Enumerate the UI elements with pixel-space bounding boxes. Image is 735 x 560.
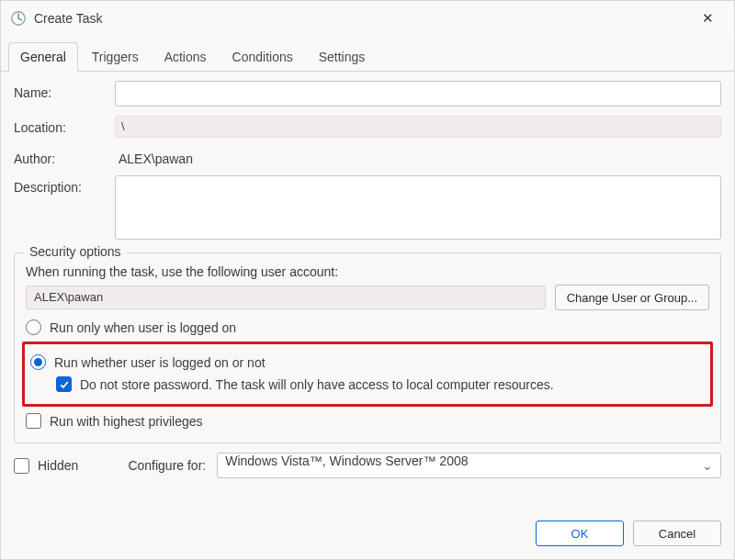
- location-value: \: [115, 116, 721, 138]
- checkbox-icon: [14, 458, 29, 474]
- tab-label: General: [20, 50, 66, 64]
- select-value: Windows Vista™, Windows Server™ 2008: [225, 454, 468, 468]
- radio-run-logged-on[interactable]: Run only when user is logged on: [26, 319, 709, 335]
- checkbox-dont-store-password[interactable]: Do not store password. The task will onl…: [56, 376, 705, 392]
- close-icon: ✕: [702, 10, 714, 27]
- configure-for-label: Configure for:: [128, 458, 206, 473]
- description-label: Description:: [14, 175, 115, 195]
- tab-triggers[interactable]: Triggers: [80, 42, 151, 72]
- highlight-box: Run whether user is logged on or not Do …: [22, 342, 713, 407]
- author-label: Author:: [14, 147, 115, 166]
- name-label: Name:: [14, 81, 115, 100]
- dialog-footer: OK Cancel: [1, 511, 734, 559]
- description-field[interactable]: [115, 175, 721, 240]
- security-options-legend: Security options: [24, 244, 127, 259]
- taskscheduler-icon: [10, 10, 27, 27]
- checkbox-label: Hidden: [38, 458, 78, 473]
- tab-conditions[interactable]: Conditions: [220, 42, 305, 72]
- security-prompt: When running the task, use the following…: [26, 264, 709, 279]
- tabbar: General Triggers Actions Conditions Sett…: [1, 36, 734, 72]
- checkbox-label: Run with highest privileges: [50, 414, 203, 429]
- cancel-button[interactable]: Cancel: [633, 521, 721, 546]
- tab-settings[interactable]: Settings: [307, 42, 378, 72]
- configure-for-select[interactable]: Windows Vista™, Windows Server™ 2008 ⌄: [217, 453, 721, 478]
- radio-label: Run whether user is logged on or not: [54, 355, 266, 370]
- author-value: ALEX\pawan: [115, 147, 721, 166]
- security-options-group: Security options When running the task, …: [14, 252, 721, 443]
- radio-icon: [30, 354, 46, 370]
- tab-general-content: Name: Location: \ Author: ALEX\pawan Des…: [1, 72, 734, 511]
- name-field[interactable]: [115, 81, 721, 106]
- tab-label: Settings: [319, 50, 366, 64]
- ok-button[interactable]: OK: [536, 521, 624, 546]
- create-task-window: Create Task ✕ General Triggers Actions C…: [0, 0, 735, 560]
- tab-label: Actions: [164, 50, 207, 64]
- change-user-button[interactable]: Change User or Group...: [555, 285, 709, 310]
- radio-run-whether[interactable]: Run whether user is logged on or not: [30, 354, 705, 370]
- location-label: Location:: [14, 116, 115, 135]
- checkbox-hidden[interactable]: Hidden: [14, 458, 78, 474]
- close-button[interactable]: ✕: [686, 4, 729, 33]
- run-as-account: ALEX\pawan: [26, 286, 546, 309]
- tab-label: Conditions: [232, 50, 293, 64]
- tab-general[interactable]: General: [8, 42, 78, 72]
- titlebar: Create Task ✕: [1, 1, 734, 36]
- checkbox-icon: [26, 413, 41, 429]
- window-title: Create Task: [34, 11, 686, 26]
- chevron-down-icon: ⌄: [702, 458, 713, 473]
- radio-label: Run only when user is logged on: [50, 320, 236, 335]
- checkbox-highest-privileges[interactable]: Run with highest privileges: [26, 413, 709, 429]
- checkbox-icon: [56, 376, 72, 392]
- tab-actions[interactable]: Actions: [153, 42, 219, 72]
- tab-label: Triggers: [92, 50, 139, 64]
- checkbox-label: Do not store password. The task will onl…: [80, 377, 554, 392]
- radio-icon: [26, 319, 41, 335]
